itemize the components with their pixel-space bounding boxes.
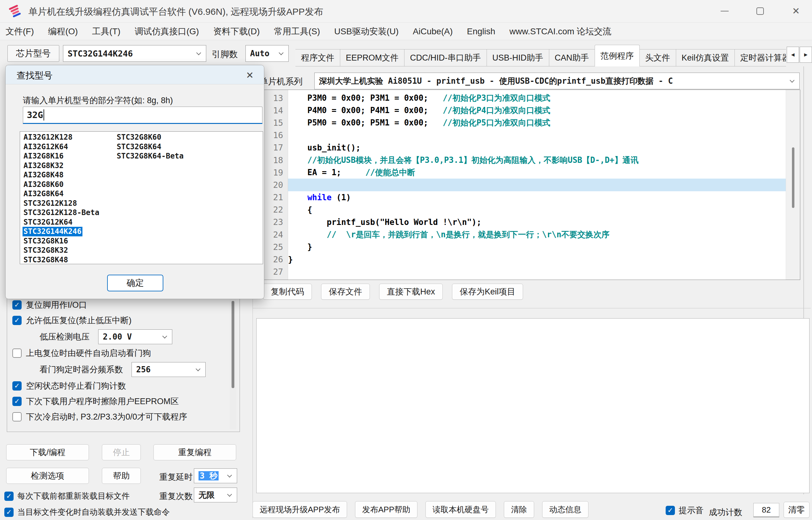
menu-item[interactable]: 资料下载(D) — [213, 26, 260, 37]
chip-model-select[interactable]: STC32G144K246 — [63, 45, 206, 62]
close-icon: ✕ — [246, 70, 253, 81]
chip-model-list[interactable]: AI32G12K128AI32G12K64AI32G8K16AI32G8K32A… — [20, 131, 263, 264]
repeat-delay-value: 3 秒 — [198, 471, 219, 480]
tab-定时器计算器[interactable]: 定时器计算器 — [734, 49, 786, 67]
chip-list-item[interactable]: AI32G8K32 — [23, 161, 100, 171]
chip-list-item[interactable]: AI32G12K128 — [23, 133, 100, 142]
beep-checkbox[interactable]: ✓ — [666, 506, 675, 515]
help-button[interactable]: 帮助 — [102, 468, 141, 484]
code-line: 16 — [261, 129, 800, 141]
tab-头文件[interactable]: 头文件 — [639, 49, 676, 67]
repeat-count-select[interactable]: 无限 — [194, 488, 237, 502]
tab-USB-HID助手[interactable]: USB-HID助手 — [486, 49, 549, 67]
maximize-button[interactable] — [746, 0, 774, 22]
chip-list-item[interactable]: STC32G8K16 — [23, 236, 100, 246]
chip-list-item[interactable]: STC32G8K48 — [23, 255, 100, 264]
tab-Keil仿真设置[interactable]: Keil仿真设置 — [676, 49, 735, 67]
bottom-action-button[interactable]: 清除 — [504, 501, 534, 518]
tab-scroll-right-button[interactable]: ► — [800, 47, 812, 63]
check-icon: ✓ — [14, 302, 20, 308]
option-checkbox[interactable]: ✓ — [12, 300, 22, 310]
menu-item[interactable]: 常用工具(S) — [274, 26, 320, 37]
check-options-button[interactable]: 检测选项 — [6, 468, 89, 484]
code-line: 24 // \r是回车，并跳到行首，\n是换行，就是换到下一行；\r\n不要交换… — [261, 228, 800, 241]
close-button[interactable]: ✕ — [782, 0, 810, 22]
menu-item[interactable]: USB驱动安装(U) — [334, 26, 399, 37]
chip-list-item[interactable]: AI32G8K60 — [23, 180, 100, 189]
code-vertical-scrollbar[interactable] — [786, 90, 800, 280]
menu-item[interactable]: www.STCAI.com 论坛交流 — [509, 26, 611, 37]
code-editor[interactable]: 13 P3M0 = 0x00; P3M1 = 0x00; //初始化P3口为准双… — [261, 89, 800, 280]
chip-list-item[interactable]: STC32G12K128 — [23, 199, 100, 208]
code-text: while (1) — [288, 191, 800, 204]
option-label: 低压检测电压 — [39, 331, 89, 342]
chip-list-item[interactable]: AI32G12K64 — [23, 142, 100, 152]
option-checkbox[interactable] — [12, 348, 22, 358]
tab-scroll-left-button[interactable]: ◄ — [787, 47, 799, 63]
menu-item[interactable]: 文件(F) — [5, 26, 34, 37]
menu-item[interactable]: AiCube(A) — [413, 27, 453, 36]
model-search-input[interactable]: 32G — [23, 107, 262, 124]
code-action-button[interactable]: 保存文件 — [321, 284, 370, 300]
success-count-label: 成功计数 — [709, 507, 742, 518]
option-checkbox[interactable]: ✓ — [12, 397, 22, 406]
repeat-count-value: 无限 — [194, 490, 215, 500]
code-line: 23 printf_usb("Hello World !\r\n"); — [261, 216, 800, 228]
dialog-close-button[interactable]: ✕ — [243, 69, 257, 81]
chip-list-item[interactable]: STC32G8K60 — [116, 133, 185, 142]
pin-count-select[interactable]: Auto — [246, 45, 289, 62]
code-action-button[interactable]: 复制代码 — [263, 284, 312, 300]
option-label: 复位脚用作I/O口 — [26, 300, 87, 311]
option-checkbox[interactable] — [12, 412, 22, 421]
options-scrollbar[interactable] — [230, 298, 236, 430]
scrollbar-thumb[interactable] — [792, 147, 794, 208]
chip-list-item[interactable]: STC32G12K64 — [23, 217, 100, 227]
menu-item[interactable]: 编程(O) — [48, 26, 78, 37]
chip-list-item[interactable]: AI32G8K16 — [23, 151, 100, 161]
code-action-button[interactable]: 保存为Keil项目 — [452, 284, 523, 300]
clear-count-button[interactable]: 清零 — [784, 502, 810, 518]
menu-item[interactable]: 工具(T) — [92, 26, 120, 37]
tab-CAN助手[interactable]: CAN助手 — [549, 49, 595, 67]
code-action-button[interactable]: 直接下载Hex — [379, 284, 443, 300]
reload-target-checkbox[interactable]: ✓ — [4, 492, 13, 501]
bottom-action-button[interactable]: 远程现场升级APP发布 — [253, 501, 347, 518]
option-select[interactable]: 2.00 V — [98, 329, 172, 344]
tab-EEPROM文件[interactable]: EEPROM文件 — [340, 49, 404, 67]
example-program-select[interactable]: 深圳大学上机实验 Ai8051U - printf_usb - 使用USB-CD… — [314, 73, 800, 89]
code-line: 14 P4M0 = 0x00; P4M1 = 0x00; //初始化P4口为准双… — [261, 104, 800, 116]
bottom-action-button[interactable]: 动态信息 — [542, 501, 588, 518]
bottom-action-button[interactable]: 读取本机硬盘号 — [425, 501, 496, 518]
chevron-down-icon — [196, 366, 201, 371]
code-text: EA = 1; //使能总中断 — [288, 166, 800, 179]
autoload-checkbox[interactable]: ✓ — [4, 508, 13, 517]
tab-程序文件[interactable]: 程序文件 — [296, 49, 340, 67]
option-label: 下次下载用户程序时擦除用户EEPROM区 — [26, 396, 179, 407]
download-program-button[interactable]: 下载/编程 — [6, 444, 89, 460]
chip-list-item[interactable]: STC32G8K64 — [116, 142, 185, 152]
chip-list-item[interactable]: STC32G12K128-Beta — [23, 208, 100, 217]
option-row: 上电复位时由硬件自动启动看门狗 — [7, 345, 229, 361]
repeat-delay-select[interactable]: 3 秒 — [194, 468, 237, 483]
tab-CDC/HID-串口助手[interactable]: CDC/HID-串口助手 — [404, 49, 487, 67]
chip-list-item[interactable]: STC32G144K246 — [23, 227, 100, 236]
ok-button[interactable]: 确定 — [107, 275, 163, 291]
option-select[interactable]: 256 — [132, 362, 206, 377]
chip-list-item[interactable]: STC32G8K32 — [23, 245, 100, 255]
menu-item[interactable]: English — [467, 27, 495, 36]
minimize-button[interactable] — [710, 0, 739, 22]
bottom-action-button[interactable]: 发布APP帮助 — [355, 501, 417, 518]
repeat-program-button[interactable]: 重复编程 — [153, 444, 236, 460]
tab-范例程序[interactable]: 范例程序 — [595, 45, 640, 67]
find-model-dialog: 查找型号 ✕ 请输入单片机型号的部分字符(如: 8g, 8h) 32G AI32… — [5, 65, 264, 299]
option-checkbox[interactable]: ✓ — [12, 316, 22, 325]
scrollbar-thumb[interactable] — [231, 301, 234, 388]
menu-item[interactable]: 调试仿真接口(G) — [135, 26, 199, 37]
chip-model-button[interactable]: 芯片型号 — [7, 45, 59, 62]
option-checkbox[interactable]: ✓ — [12, 381, 22, 391]
chip-list-item[interactable]: STC32G8K64-Beta — [116, 151, 185, 161]
success-count-field[interactable]: 82 — [753, 503, 779, 517]
stop-button[interactable]: 停止 — [102, 444, 141, 460]
chip-list-item[interactable]: AI32G8K64 — [23, 189, 100, 199]
chip-list-item[interactable]: AI32G8K48 — [23, 170, 100, 180]
